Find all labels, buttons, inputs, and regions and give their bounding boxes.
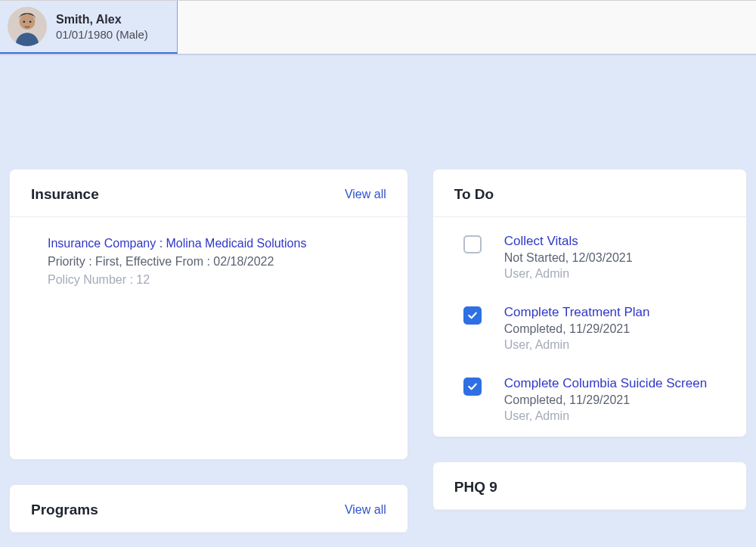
phq9-title: PHQ 9 — [454, 479, 497, 496]
todo-item-user: User, Admin — [504, 267, 633, 281]
todo-item-title[interactable]: Collect Vitals — [504, 234, 633, 249]
todo-item-texts: Collect VitalsNot Started, 12/03/2021Use… — [504, 234, 633, 281]
insurance-view-all[interactable]: View all — [345, 188, 386, 201]
todo-item: Complete Treatment PlanCompleted, 11/29/… — [463, 305, 725, 352]
programs-view-all[interactable]: View all — [345, 503, 386, 517]
svg-point-3 — [29, 20, 32, 23]
todo-item-status: Completed, 11/29/2021 — [504, 322, 650, 336]
insurance-company[interactable]: Insurance Company : Molina Medicaid Solu… — [48, 237, 383, 250]
avatar — [8, 7, 47, 46]
todo-item: Complete Columbia Suicide ScreenComplete… — [463, 376, 725, 423]
patient-info: Smith, Alex 01/01/1980 (Male) — [56, 13, 148, 41]
svg-point-2 — [23, 20, 26, 23]
insurance-priority: Priority : First, Effective From : 02/18… — [48, 255, 383, 269]
todo-item-status: Not Started, 12/03/2021 — [504, 251, 633, 265]
todo-item-texts: Complete Treatment PlanCompleted, 11/29/… — [504, 305, 650, 352]
todo-item-title[interactable]: Complete Columbia Suicide Screen — [504, 376, 707, 391]
checkbox-empty-icon[interactable] — [463, 235, 482, 253]
checkbox-checked-icon[interactable] — [463, 306, 482, 325]
todo-item-texts: Complete Columbia Suicide ScreenComplete… — [504, 376, 707, 423]
todo-item: Collect VitalsNot Started, 12/03/2021Use… — [463, 234, 725, 281]
todo-title: To Do — [454, 186, 494, 203]
insurance-body: Insurance Company : Molina Medicaid Solu… — [10, 217, 407, 459]
phq9-header: PHQ 9 — [433, 462, 746, 510]
patient-tab[interactable]: Smith, Alex 01/01/1980 (Male) — [0, 1, 178, 54]
insurance-header: Insurance View all — [10, 169, 407, 217]
todo-card: To Do Collect VitalsNot Started, 12/03/2… — [432, 169, 747, 437]
patient-sub: 01/01/1980 (Male) — [56, 28, 148, 41]
phq9-card: PHQ 9 — [432, 462, 747, 511]
patient-name: Smith, Alex — [56, 13, 148, 26]
programs-card: Programs View all — [9, 484, 408, 533]
todo-item-status: Completed, 11/29/2021 — [504, 393, 707, 407]
todo-item-user: User, Admin — [504, 338, 650, 352]
left-column: Insurance View all Insurance Company : M… — [9, 169, 408, 533]
todo-item-user: User, Admin — [504, 409, 707, 423]
checkbox-checked-icon[interactable] — [463, 378, 482, 396]
programs-title: Programs — [31, 502, 98, 518]
top-bar: Smith, Alex 01/01/1980 (Male) — [0, 0, 756, 55]
todo-header: To Do — [433, 169, 746, 217]
insurance-card: Insurance View all Insurance Company : M… — [9, 169, 408, 460]
todo-body: Collect VitalsNot Started, 12/03/2021Use… — [433, 217, 746, 437]
todo-item-title[interactable]: Complete Treatment Plan — [504, 305, 650, 320]
content: Insurance View all Insurance Company : M… — [0, 55, 756, 533]
insurance-title: Insurance — [31, 186, 99, 203]
insurance-policy: Policy Number : 12 — [48, 273, 383, 287]
programs-header: Programs View all — [10, 485, 407, 533]
right-column: To Do Collect VitalsNot Started, 12/03/2… — [432, 169, 747, 533]
